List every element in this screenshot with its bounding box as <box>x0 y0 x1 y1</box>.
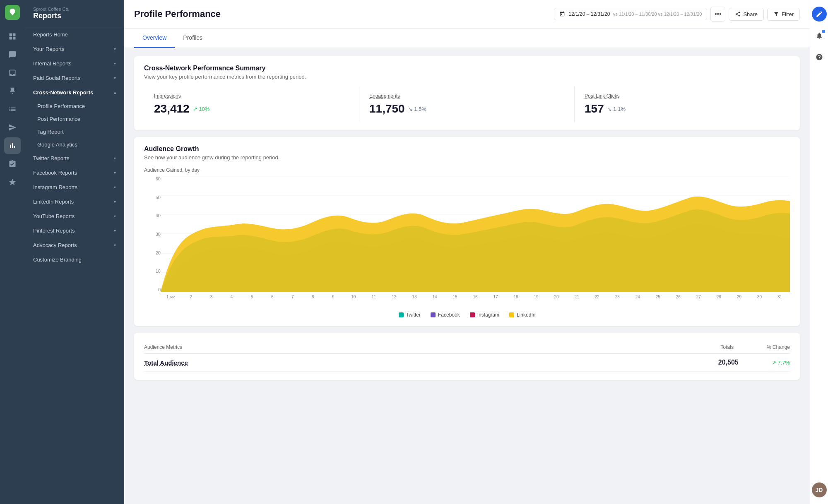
sidebar-item-internal-reports[interactable]: Internal Reports ▾ <box>25 56 124 71</box>
calendar-icon <box>559 11 565 17</box>
chart-icon[interactable] <box>4 137 21 154</box>
svg-rect-3 <box>13 37 16 40</box>
x-tick: 22 <box>587 295 607 299</box>
engagements-value: 11,750 ↘ 1.5% <box>369 102 564 115</box>
app-logo[interactable] <box>5 5 20 20</box>
user-avatar-container[interactable]: JD <box>812 482 827 497</box>
avatar[interactable]: JD <box>812 482 827 497</box>
sidebar-label-youtube-reports: YouTube Reports <box>33 213 75 219</box>
x-tick: 2 <box>181 295 201 299</box>
audience-growth-subtitle: See how your audience grew during the re… <box>144 154 790 161</box>
compose-button[interactable] <box>812 7 827 22</box>
x-tick: 19 <box>526 295 546 299</box>
sidebar-item-youtube-reports[interactable]: YouTube Reports ▾ <box>25 209 124 223</box>
pin-icon[interactable] <box>4 83 21 99</box>
sidebar-label-profile-performance: Profile Performance <box>37 103 85 109</box>
x-tick: 15 <box>445 295 465 299</box>
chart-label: Audience Gained, by day <box>144 167 790 173</box>
legend-dot-facebook <box>431 312 436 317</box>
sidebar-item-post-performance[interactable]: Post Performance <box>25 113 124 125</box>
svg-rect-2 <box>10 37 12 40</box>
x-tick: 20 <box>546 295 567 299</box>
grid-icon[interactable] <box>4 28 21 45</box>
sidebar-item-google-analytics[interactable]: Google Analytics <box>25 138 124 151</box>
x-tick: 14 <box>424 295 445 299</box>
date-range-text: 12/1/20 – 12/31/20 vs 11/1/20 – 11/30/20… <box>568 11 702 17</box>
sidebar-item-cross-network[interactable]: Cross-Network Reports ▴ <box>25 85 124 100</box>
chevron-youtube: ▾ <box>114 214 116 218</box>
tab-profiles[interactable]: Profiles <box>175 29 211 48</box>
sidebar-label-post-performance: Post Performance <box>37 116 80 122</box>
sidebar-item-reports-home[interactable]: Reports Home <box>25 27 124 42</box>
performance-summary-card: Cross-Network Performance Summary View y… <box>134 56 800 130</box>
chevron-facebook: ▾ <box>114 170 116 175</box>
message-icon[interactable] <box>4 46 21 63</box>
change-label: % Change <box>767 344 790 350</box>
legend-label-linkedin: LinkedIn <box>517 312 535 318</box>
x-tick: 24 <box>628 295 648 299</box>
question-icon <box>816 53 823 61</box>
filter-button[interactable]: Filter <box>767 8 800 21</box>
area-chart-svg <box>161 176 790 292</box>
x-tick: 9 <box>323 295 343 299</box>
x-tick: 31 <box>770 295 790 299</box>
x-tick: 12 <box>384 295 404 299</box>
sidebar-item-instagram-reports[interactable]: Instagram Reports ▾ <box>25 180 124 194</box>
notification-dot <box>822 30 825 33</box>
sidebar-item-profile-performance[interactable]: Profile Performance <box>25 100 124 113</box>
chevron-paid-social: ▾ <box>114 76 116 80</box>
sidebar-label-cross-network: Cross-Network Reports <box>33 89 93 96</box>
sidebar-item-linkedin-reports[interactable]: LinkedIn Reports ▾ <box>25 194 124 209</box>
sidebar-label-internal-reports: Internal Reports <box>33 60 72 67</box>
task-icon[interactable] <box>4 156 21 172</box>
sidebar-item-advocacy-reports[interactable]: Advocacy Reports ▾ <box>25 238 124 252</box>
totals-label: Totals <box>721 344 734 350</box>
legend-dot-linkedin <box>509 312 514 317</box>
tab-overview[interactable]: Overview <box>134 29 175 48</box>
company-name: Sprout Coffee Co. <box>33 7 116 12</box>
sidebar-item-facebook-reports[interactable]: Facebook Reports ▾ <box>25 166 124 180</box>
engagements-label: Engagements <box>369 93 564 99</box>
sidebar-item-pinterest-reports[interactable]: Pinterest Reports ▾ <box>25 223 124 238</box>
total-audience-label: Total Audience <box>144 359 188 366</box>
x-tick: 21 <box>567 295 587 299</box>
legend-dot-instagram <box>470 312 475 317</box>
legend-linkedin: LinkedIn <box>509 312 535 318</box>
svg-rect-1 <box>13 34 16 36</box>
x-tick: 6 <box>262 295 282 299</box>
performance-summary-subtitle: View your key profile performance metric… <box>144 74 790 80</box>
sidebar-item-your-reports[interactable]: Your Reports ▾ <box>25 42 124 56</box>
avatar-initials: JD <box>812 482 827 497</box>
help-button[interactable] <box>812 50 827 65</box>
audience-growth-card: Audience Growth See how your audience gr… <box>134 137 800 326</box>
main-content: Cross-Network Performance Summary View y… <box>124 48 810 504</box>
chevron-advocacy: ▾ <box>114 243 116 247</box>
sidebar-label-linkedin-reports: LinkedIn Reports <box>33 199 74 205</box>
notifications-button[interactable] <box>812 28 827 43</box>
sidebar-label-pinterest-reports: Pinterest Reports <box>33 228 75 234</box>
x-tick: 23 <box>607 295 628 299</box>
inbox-icon[interactable] <box>4 65 21 81</box>
chevron-twitter: ▾ <box>114 156 116 161</box>
sidebar-item-twitter-reports[interactable]: Twitter Reports ▾ <box>25 151 124 166</box>
sidebar-item-paid-social[interactable]: Paid Social Reports ▾ <box>25 71 124 85</box>
sidebar-label-facebook-reports: Facebook Reports <box>33 170 77 176</box>
header-controls: 12/1/20 – 12/31/20 vs 11/1/20 – 11/30/20… <box>554 7 800 22</box>
send-icon[interactable] <box>4 119 21 136</box>
impressions-change: ↗ 10% <box>193 106 210 112</box>
more-options-button[interactable]: ••• <box>710 7 725 22</box>
list-icon[interactable] <box>4 101 21 118</box>
share-button[interactable]: Share <box>729 8 764 21</box>
star-icon[interactable] <box>4 174 21 190</box>
x-tick: 1Dec <box>161 295 181 299</box>
legend-dot-twitter <box>399 312 404 317</box>
post-link-clicks-label: Post Link Clicks <box>585 93 780 99</box>
chevron-pinterest: ▾ <box>114 228 116 233</box>
svg-rect-0 <box>10 34 12 36</box>
date-range-button[interactable]: 12/1/20 – 12/31/20 vs 11/1/20 – 11/30/20… <box>554 8 707 20</box>
sidebar-label-instagram-reports: Instagram Reports <box>33 184 77 190</box>
post-link-clicks-change: ↘ 1.1% <box>607 106 626 112</box>
x-axis: 1Dec234567891011121314151617181920212223… <box>161 292 790 309</box>
sidebar-item-tag-report[interactable]: Tag Report <box>25 125 124 138</box>
sidebar-item-customize-branding[interactable]: Customize Branding <box>25 252 124 267</box>
